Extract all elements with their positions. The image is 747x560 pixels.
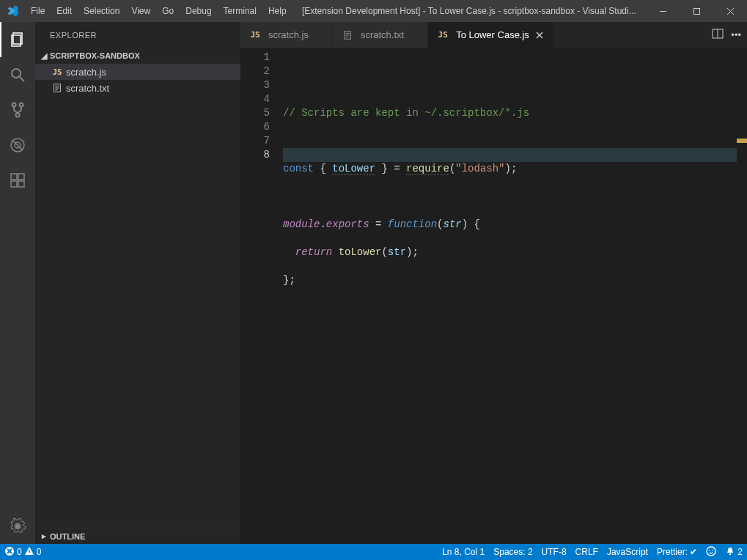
activity-debug[interactable] bbox=[0, 128, 35, 163]
status-encoding[interactable]: UTF-8 bbox=[537, 544, 571, 560]
editor-actions: ••• bbox=[706, 22, 747, 48]
status-spaces[interactable]: Spaces: 2 bbox=[489, 544, 537, 560]
overview-ruler[interactable] bbox=[737, 48, 747, 544]
more-actions-icon[interactable]: ••• bbox=[731, 29, 741, 40]
main-area: EXPLORER ◢ SCRIPTBOX-SANDBOX JS scratch.… bbox=[0, 22, 747, 544]
smiley-icon bbox=[706, 546, 716, 559]
svg-point-41 bbox=[713, 549, 714, 550]
chevron-down-icon: ◢ bbox=[38, 51, 50, 61]
section-header-label: SCRIPTBOX-SANDBOX bbox=[50, 51, 140, 60]
tree-item-scratch-txt[interactable]: scratch.txt bbox=[35, 80, 240, 96]
tab-close-icon[interactable] bbox=[534, 29, 545, 41]
menu-selection[interactable]: Selection bbox=[78, 0, 125, 22]
svg-point-39 bbox=[707, 547, 715, 556]
tab-scratch-txt[interactable]: scratch.txt bbox=[333, 22, 428, 48]
status-bar: 0 0 Ln 8, Col 1 Spaces: 2 UTF-8 CRLF Jav… bbox=[0, 544, 747, 560]
svg-rect-14 bbox=[11, 174, 17, 180]
title-bar: File Edit Selection View Go Debug Termin… bbox=[0, 0, 747, 22]
menu-terminal[interactable]: Terminal bbox=[218, 0, 262, 22]
svg-point-18 bbox=[15, 524, 20, 528]
activity-scm[interactable] bbox=[0, 92, 35, 128]
file-label: scratch.txt bbox=[66, 83, 109, 94]
status-notifications[interactable]: 2 bbox=[721, 544, 747, 560]
maximize-button[interactable] bbox=[680, 0, 713, 22]
activity-search[interactable] bbox=[0, 57, 35, 92]
close-button[interactable] bbox=[713, 0, 747, 22]
sidebar-title: EXPLORER bbox=[35, 22, 240, 48]
line-gutter: 1 2 3 4 5 6 7 8 bbox=[240, 48, 283, 544]
js-file-icon: JS bbox=[248, 30, 262, 40]
warning-icon bbox=[24, 546, 34, 559]
svg-line-12 bbox=[12, 140, 23, 150]
code-editor[interactable]: 1 2 3 4 5 6 7 8 // Scripts are kept in ~… bbox=[240, 48, 747, 544]
activity-explorer[interactable] bbox=[0, 22, 35, 57]
activity-bar bbox=[0, 22, 35, 544]
error-icon bbox=[4, 546, 15, 559]
file-tree: JS scratch.js scratch.txt bbox=[35, 64, 240, 528]
status-eol[interactable]: CRLF bbox=[571, 544, 603, 560]
svg-point-9 bbox=[20, 103, 23, 107]
split-editor-icon[interactable] bbox=[712, 28, 724, 42]
sidebar-explorer: EXPLORER ◢ SCRIPTBOX-SANDBOX JS scratch.… bbox=[35, 22, 240, 544]
window-title: [Extension Development Host] - To Lower … bbox=[292, 6, 646, 16]
menu-help[interactable]: Help bbox=[262, 0, 292, 22]
svg-point-42 bbox=[729, 553, 731, 554]
tab-scratch-js[interactable]: JS scratch.js bbox=[240, 22, 333, 48]
tab-to-lower-case-js[interactable]: JS To Lower Case.js bbox=[428, 22, 553, 48]
section-header-outline[interactable]: ▸ OUTLINE bbox=[35, 528, 240, 544]
tab-bar: JS scratch.js scratch.txt JS To Lower Ca… bbox=[240, 22, 747, 48]
minimize-button[interactable] bbox=[646, 0, 680, 22]
menu-bar: File Edit Selection View Go Debug Termin… bbox=[25, 0, 292, 22]
svg-rect-17 bbox=[18, 181, 24, 187]
status-language[interactable]: JavaScript bbox=[603, 544, 652, 560]
bell-icon bbox=[725, 546, 735, 559]
svg-point-8 bbox=[12, 103, 16, 107]
js-file-icon: JS bbox=[435, 30, 450, 40]
tree-item-scratch-js[interactable]: JS scratch.js bbox=[35, 64, 240, 80]
svg-rect-15 bbox=[18, 174, 24, 180]
txt-file-icon bbox=[50, 83, 65, 93]
chevron-right-icon: ▸ bbox=[38, 531, 50, 541]
status-prettier[interactable]: Prettier: ✔ bbox=[652, 544, 702, 560]
menu-view[interactable]: View bbox=[125, 0, 156, 22]
section-header-label: OUTLINE bbox=[50, 532, 85, 541]
overview-mark bbox=[737, 139, 747, 143]
tab-label: To Lower Case.js bbox=[456, 29, 529, 40]
status-cursor[interactable]: Ln 8, Col 1 bbox=[438, 544, 489, 560]
tab-label: scratch.txt bbox=[361, 29, 404, 40]
svg-line-7 bbox=[20, 77, 24, 81]
svg-rect-1 bbox=[693, 8, 699, 14]
menu-edit[interactable]: Edit bbox=[51, 0, 78, 22]
menu-go[interactable]: Go bbox=[156, 0, 180, 22]
section-header-folder[interactable]: ◢ SCRIPTBOX-SANDBOX bbox=[35, 48, 240, 64]
status-feedback[interactable] bbox=[702, 544, 721, 560]
txt-file-icon bbox=[340, 30, 355, 40]
status-errors[interactable]: 0 0 bbox=[0, 544, 45, 560]
svg-point-6 bbox=[12, 69, 21, 78]
tab-label: scratch.js bbox=[268, 29, 309, 40]
svg-rect-16 bbox=[11, 181, 17, 187]
menu-debug[interactable]: Debug bbox=[180, 0, 217, 22]
svg-point-10 bbox=[16, 114, 20, 117]
code-content[interactable]: // Scripts are kept in ~/.scriptbox/*.js… bbox=[283, 48, 737, 544]
js-file-icon: JS bbox=[50, 67, 65, 77]
editor-area: JS scratch.js scratch.txt JS To Lower Ca… bbox=[240, 22, 747, 544]
svg-point-40 bbox=[710, 549, 711, 550]
menu-file[interactable]: File bbox=[25, 0, 51, 22]
file-label: scratch.js bbox=[66, 67, 106, 78]
activity-settings[interactable] bbox=[0, 509, 35, 544]
window-controls bbox=[646, 0, 747, 22]
activity-extensions[interactable] bbox=[0, 163, 35, 198]
vscode-icon bbox=[0, 4, 25, 18]
